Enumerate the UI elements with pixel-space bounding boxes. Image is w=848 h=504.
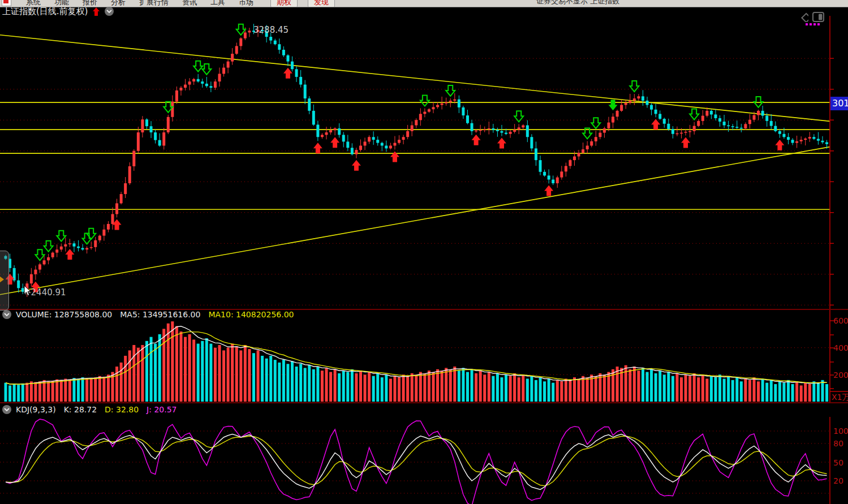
drawer-arrow-icon xyxy=(0,276,4,283)
peak-price-label: 3288.45 xyxy=(253,25,289,35)
svg-text:80: 80 xyxy=(833,439,843,448)
expand-dots-indicator[interactable] xyxy=(806,23,820,25)
svg-text:600: 600 xyxy=(833,316,848,325)
pane-separator-2 xyxy=(0,402,848,403)
main-candlestick-chart[interactable] xyxy=(0,16,848,309)
current-price-badge: 3018 xyxy=(830,97,848,110)
svg-text:20: 20 xyxy=(833,476,843,485)
chart-titlebar: 上证指数(日线.前复权) xyxy=(0,7,848,16)
volume-ma5: MA5: 134951616.00 xyxy=(120,310,200,319)
price-up-arrow-icon xyxy=(92,7,100,16)
volume-value: VOLUME: 128755808.00 xyxy=(16,310,112,319)
trading-terminal: { "menubar": { "items": ["系统","功能","报价",… xyxy=(0,0,848,504)
svg-text:400: 400 xyxy=(833,343,848,352)
svg-text:X1万: X1万 xyxy=(832,393,848,402)
chart-title: 上证指数(日线.前复权) xyxy=(2,6,88,17)
svg-text:200: 200 xyxy=(833,371,848,380)
kdj-k-value: K: 28.72 xyxy=(64,405,97,414)
kdj-j-value: J: 20.57 xyxy=(147,405,177,414)
panel-layout-icon[interactable] xyxy=(812,12,824,22)
kdj-label: KDJ(9,3,3) xyxy=(16,405,56,414)
toolbox-drawer-handle[interactable] xyxy=(0,251,9,311)
menubar-status-text: 证券交易不显示 上证指数 xyxy=(536,0,619,6)
kdj-header: KDJ(9,3,3) K: 28.72 D: 32.80 J: 20.57 xyxy=(0,404,184,415)
collapse-chevron-icon[interactable] xyxy=(105,7,114,16)
app-icon[interactable] xyxy=(2,0,11,6)
volume-chart[interactable]: 600400200X1万 xyxy=(0,310,848,402)
volume-header: VOLUME: 128755808.00 MA5: 134951616.00 M… xyxy=(0,309,302,320)
chart-corner-tools xyxy=(798,11,824,22)
mouse-cursor xyxy=(24,286,32,299)
volume-collapse-icon[interactable] xyxy=(2,310,11,319)
volume-ma10: MA10: 140820256.00 xyxy=(208,310,294,319)
diamond-tool-icon[interactable] xyxy=(798,11,808,22)
kdj-chart[interactable]: 100805020 xyxy=(0,403,848,504)
svg-text:50: 50 xyxy=(833,458,843,467)
kdj-collapse-icon[interactable] xyxy=(2,405,11,414)
svg-text:100: 100 xyxy=(833,427,848,436)
kdj-d-value: D: 32.80 xyxy=(105,405,139,414)
